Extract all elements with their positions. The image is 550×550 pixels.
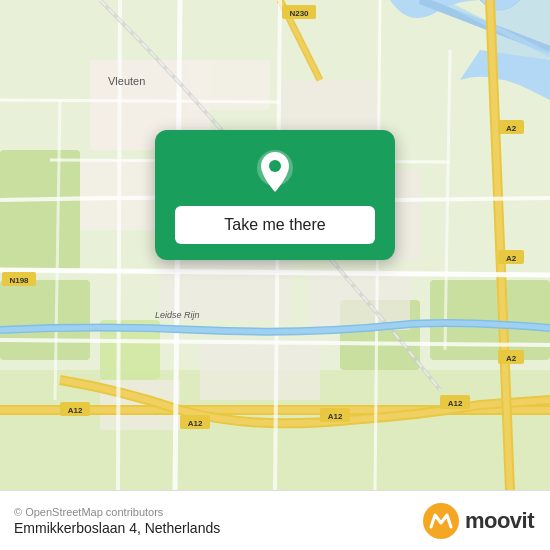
map-view: A12 A12 A12 A12 A2 A2 A2 N230 N198 Vleut… bbox=[0, 0, 550, 490]
location-pin-icon bbox=[251, 148, 299, 196]
svg-rect-3 bbox=[0, 280, 90, 360]
svg-text:A12: A12 bbox=[188, 419, 203, 428]
bottom-info: © OpenStreetMap contributors Emmikkerbos… bbox=[14, 506, 220, 536]
address-text: Emmikkerboslaan 4, Netherlands bbox=[14, 520, 220, 536]
svg-text:A2: A2 bbox=[506, 124, 517, 133]
svg-text:Leidse Rijn: Leidse Rijn bbox=[155, 310, 200, 320]
svg-text:A2: A2 bbox=[506, 354, 517, 363]
moovit-logo: moovit bbox=[423, 503, 534, 539]
moovit-icon bbox=[423, 503, 459, 539]
svg-text:Vleuten: Vleuten bbox=[108, 75, 145, 87]
svg-text:A12: A12 bbox=[448, 399, 463, 408]
svg-rect-15 bbox=[310, 270, 410, 330]
svg-text:N230: N230 bbox=[289, 9, 309, 18]
copyright-text: © OpenStreetMap contributors bbox=[14, 506, 220, 518]
svg-rect-2 bbox=[0, 150, 80, 270]
svg-text:N198: N198 bbox=[9, 276, 29, 285]
location-popup: Take me there bbox=[155, 130, 395, 260]
bottom-bar: © OpenStreetMap contributors Emmikkerbos… bbox=[0, 490, 550, 550]
svg-point-39 bbox=[269, 160, 281, 172]
svg-text:A12: A12 bbox=[328, 412, 343, 421]
svg-rect-16 bbox=[200, 340, 320, 400]
moovit-brand-text: moovit bbox=[465, 508, 534, 534]
take-me-there-button[interactable]: Take me there bbox=[175, 206, 375, 244]
svg-text:A2: A2 bbox=[506, 254, 517, 263]
svg-text:A12: A12 bbox=[68, 406, 83, 415]
